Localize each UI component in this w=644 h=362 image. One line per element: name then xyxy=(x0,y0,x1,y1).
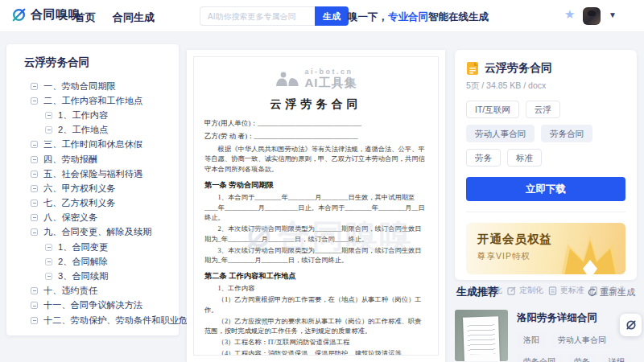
doc-paragraph: （4）工程内容：消防管道保温、保温层防护、建筑垃圾清运等。 xyxy=(204,349,427,356)
doc-paragraph: （3）工程名称：IT/互联网消防管道保温工程 xyxy=(204,338,427,348)
outline-item[interactable]: 三、工作时间和休息休假 xyxy=(6,138,179,152)
chevron-down-icon[interactable]: ▼ xyxy=(609,10,617,19)
outline-item[interactable]: 2、工作地点 xyxy=(6,123,179,138)
outline-item-label: 十一、合同争议解决方法 xyxy=(43,299,142,311)
crown-icon xyxy=(556,229,624,274)
tagline: 嗅一下，专业合同智能在线生成 xyxy=(348,10,489,24)
contract-tags: IT/互联网云浮劳动人事合同劳务合同劳务标准 xyxy=(466,101,625,167)
recommend-item-tags: 洛阳劳动人事合同劳务合同劳务详细 xyxy=(517,332,634,362)
document-intro: 根据《中华人民共和国劳动法》等有关法律法规，遵循合法、公平、平等自愿、协商一致、… xyxy=(204,145,427,175)
brand-logo[interactable]: 合同嗅嗅 xyxy=(11,7,80,23)
outline-item-label: 2、合同解除 xyxy=(58,256,108,268)
collapse-icon[interactable] xyxy=(31,141,38,148)
outline-item[interactable]: 七、乙方权利义务 xyxy=(6,196,179,211)
recommend-tag[interactable]: 劳动人事合同 xyxy=(551,332,613,348)
collapse-icon[interactable] xyxy=(45,244,52,251)
document-page[interactable]: 合同嗅嗅 ai-bot.cn AI工具集 云浮劳务合同 甲方(用人单位)：___… xyxy=(193,56,439,356)
recommend-tag[interactable]: 劳务合同 xyxy=(517,354,562,362)
doc-paragraph: 3、本次续订劳动合同期限类型为________期限合同，续订合同生效日期为_年_… xyxy=(204,246,427,266)
party-a-line: 甲方(用人单位)：______________________________ xyxy=(204,119,427,129)
outline-item-label: 四、劳动报酬 xyxy=(43,154,97,166)
outline-item-label: 1、合同变更 xyxy=(58,241,108,253)
recommend-item[interactable]: 洛阳劳务详细合同 洛阳劳动人事合同劳务合同劳务详细 xyxy=(455,310,637,362)
collapse-icon[interactable] xyxy=(45,258,52,265)
collapse-icon[interactable] xyxy=(45,126,52,134)
collapse-icon[interactable] xyxy=(31,97,38,105)
doc-paragraph: 2、本次续订劳动合同期限类型为________期限合同，续订合同生效日期为_年_… xyxy=(204,224,427,245)
outline-item[interactable]: 六、甲方权利义务 xyxy=(6,181,179,195)
collapse-icon[interactable] xyxy=(45,273,52,280)
contract-tag[interactable]: 标准 xyxy=(507,149,542,167)
download-button[interactable]: 立即下载 xyxy=(466,177,625,201)
widget-logo-icon xyxy=(625,319,637,331)
collapse-icon[interactable] xyxy=(31,317,38,324)
recommend-tag[interactable]: 洛阳 xyxy=(517,332,546,348)
collapse-icon[interactable] xyxy=(31,185,38,192)
regenerate-button[interactable]: 重新生成 xyxy=(588,286,635,298)
vip-banner[interactable]: 开通会员权益 尊享VIP特权 xyxy=(466,223,625,274)
doc-paragraph: （2）乙方应按照甲方的要求和所从事工种（岗位）的工作标准、职责范围，按时完成规定… xyxy=(204,317,427,337)
outline-item[interactable]: 八、保密义务 xyxy=(6,211,179,225)
generate-button[interactable]: 生成 xyxy=(315,6,349,26)
outline-item-label: 六、甲方权利义务 xyxy=(43,183,116,195)
recommend-section: 生成推荐 重新生成 洛阳劳务详细合同 洛阳劳动人事合同劳务合同劳务详细 xyxy=(455,285,637,362)
outline-title: 云浮劳务合同 xyxy=(24,56,179,70)
recommend-item-title: 洛阳劳务详细合同 xyxy=(517,311,634,325)
recommend-tag[interactable]: 详细 xyxy=(602,354,631,362)
outline-item[interactable]: 一、劳动合同期限 xyxy=(6,79,179,93)
refresh-icon xyxy=(588,288,597,297)
brand-logo-icon xyxy=(11,7,27,23)
favorite-star-icon[interactable]: ★ xyxy=(564,8,575,20)
contract-tag[interactable]: 劳务合同 xyxy=(541,125,592,142)
divider xyxy=(466,212,625,212)
nav-home[interactable]: 首页 xyxy=(75,10,96,25)
outline-item[interactable]: 2、合同解除 xyxy=(6,254,179,269)
collapse-icon[interactable] xyxy=(31,83,38,90)
outline-item-label: 十、违约责任 xyxy=(43,285,97,297)
recommend-title: 生成推荐 xyxy=(456,285,498,299)
contract-tag[interactable]: 劳动人事合同 xyxy=(466,125,535,142)
doc-paragraph: 1、本合同于________年________月________日生效，其中试用… xyxy=(204,193,427,223)
collapse-icon[interactable] xyxy=(31,200,38,207)
outline-item[interactable]: 十、违约责任 xyxy=(6,284,179,298)
document-preview-card: 合同嗅嗅 ai-bot.cn AI工具集 云浮劳务合同 甲方(用人单位)：___… xyxy=(187,50,445,362)
outline-item[interactable]: 五、社会保险与福利待遇 xyxy=(6,167,179,181)
collapse-icon[interactable] xyxy=(31,214,38,221)
outline-item[interactable]: 九、合同变更、解除及续期 xyxy=(6,225,179,240)
document-title: 云浮劳务合同 xyxy=(204,97,427,112)
outline-item[interactable]: 1、合同变更 xyxy=(6,240,179,254)
tagline-highlight: 专业合同 xyxy=(388,11,428,23)
help-widget-button[interactable] xyxy=(620,314,642,336)
nav-contract-generate[interactable]: 合同生成 xyxy=(113,10,155,25)
outline-item-label: 3、合同续期 xyxy=(58,270,108,282)
collapse-icon[interactable] xyxy=(31,228,38,236)
collapse-icon[interactable] xyxy=(45,112,52,119)
outline-item[interactable]: 四、劳动报酬 xyxy=(6,152,179,167)
contract-tag[interactable]: IT/互联网 xyxy=(466,101,519,118)
outline-item[interactable]: 十二、劳动保护、劳动条件和职业危害防护 xyxy=(6,313,179,327)
outline-item[interactable]: 1、工作内容 xyxy=(6,108,179,122)
doc-paragraph: （1）乙方同意根据甲方的工作需要，在（地点）从事工种（岗位）工作。 xyxy=(204,295,427,315)
outline-item-label: 七、乙方权利义务 xyxy=(43,197,116,209)
contract-info-panel: 云浮劳务合同 5页 / 34.85 KB / docx IT/互联网云浮劳动人事… xyxy=(455,50,637,280)
collapse-icon[interactable] xyxy=(31,171,38,178)
contract-file-icon xyxy=(466,61,479,76)
outline-item-label: 1、工作内容 xyxy=(58,109,108,121)
collapse-icon[interactable] xyxy=(31,287,38,294)
outline-item[interactable]: 二、工作内容和工作地点 xyxy=(6,93,179,108)
contract-tag[interactable]: 劳务 xyxy=(466,149,501,167)
outline-item-label: 二、工作内容和工作地点 xyxy=(43,95,142,107)
outline-item[interactable]: 3、合同续期 xyxy=(6,269,179,283)
collapse-icon[interactable] xyxy=(31,156,38,163)
search-input[interactable] xyxy=(200,6,315,26)
brand-name: 合同嗅嗅 xyxy=(31,7,80,23)
recommend-thumbnail xyxy=(455,310,508,361)
recommend-tag[interactable]: 劳务 xyxy=(568,354,597,362)
outline-item[interactable]: 十一、合同争议解决方法 xyxy=(6,298,179,313)
outline-tree: 一、劳动合同期限二、工作内容和工作地点1、工作内容2、工作地点三、工作时间和休息… xyxy=(6,79,179,327)
user-avatar[interactable] xyxy=(583,7,601,25)
provider-watermark: ai-bot.cn AI工具集 xyxy=(204,68,427,91)
doc-paragraph: 1、工作内容 xyxy=(204,284,427,294)
collapse-icon[interactable] xyxy=(31,302,38,309)
contract-tag[interactable]: 云浮 xyxy=(526,101,560,118)
